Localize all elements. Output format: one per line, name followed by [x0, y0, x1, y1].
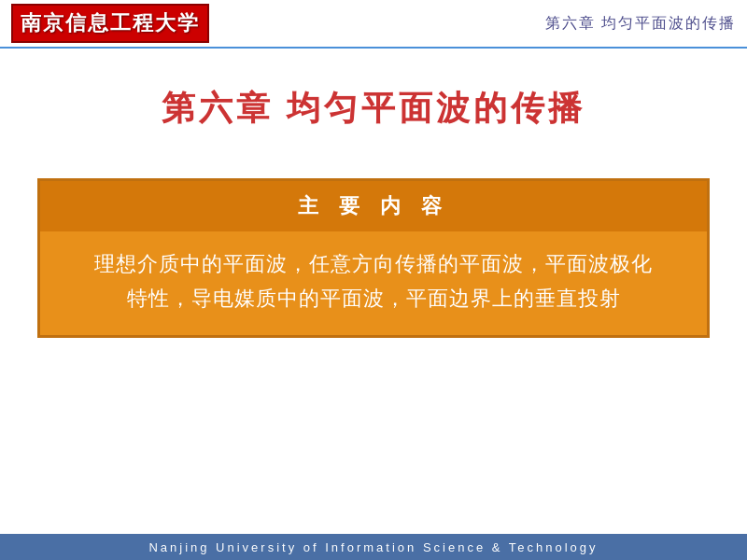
main-content: 第六章 均匀平面波的传播 主 要 内 容 理想介质中的平面波，任意方向传播的平面…	[0, 49, 747, 513]
content-box: 主 要 内 容 理想介质中的平面波，任意方向传播的平面波，平面波极化 特性，导电…	[37, 178, 710, 338]
logo-box: 南京信息工程大学	[11, 4, 209, 43]
chapter-title: 第六章 均匀平面波的传播	[162, 86, 585, 132]
content-box-header: 主 要 内 容	[40, 181, 707, 231]
content-body-line2: 特性，导电媒质中的平面波，平面边界上的垂直投射	[63, 281, 684, 315]
content-body-line1: 理想介质中的平面波，任意方向传播的平面波，平面波极化	[63, 246, 684, 281]
footer-text: Nanjing University of Information Scienc…	[148, 540, 598, 554]
header: 南京信息工程大学 第六章 均匀平面波的传播	[0, 0, 747, 49]
content-box-header-text: 主 要 内 容	[298, 194, 449, 217]
header-title: 第六章 均匀平面波的传播	[545, 14, 736, 34]
footer: Nanjing University of Information Scienc…	[0, 534, 747, 560]
logo-text: 南京信息工程大学	[21, 11, 200, 35]
content-box-body: 理想介质中的平面波，任意方向传播的平面波，平面波极化 特性，导电媒质中的平面波，…	[40, 231, 707, 335]
logo-area: 南京信息工程大学	[11, 4, 209, 43]
